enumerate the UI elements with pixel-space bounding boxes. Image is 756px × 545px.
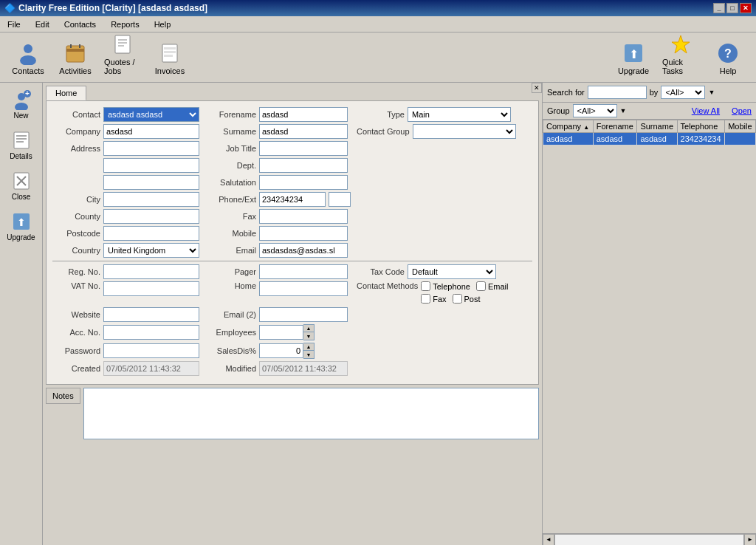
salesdis-input[interactable] — [259, 343, 303, 358]
contacts-table: Company ▲ Forename Surname Telephone Mob… — [543, 120, 756, 145]
address-input3[interactable] — [103, 175, 199, 190]
by-select[interactable]: <All> — [661, 86, 705, 99]
password-label: Password — [52, 346, 100, 355]
menu-file[interactable]: File — [3, 18, 25, 30]
vatno-input[interactable] — [103, 281, 199, 296]
city-input[interactable] — [103, 192, 199, 207]
upgrade-sidebar-icon: ⬆ — [11, 211, 32, 232]
company-header[interactable]: Company ▲ — [543, 120, 594, 133]
county-input[interactable] — [103, 209, 199, 224]
minimize-button[interactable]: _ — [713, 3, 725, 13]
scroll-track[interactable] — [554, 534, 744, 546]
employees-spin-down[interactable]: ▼ — [303, 332, 314, 340]
dept-input[interactable] — [259, 158, 348, 173]
forename-header[interactable]: Forename — [593, 120, 637, 133]
activities-toolbar-btn[interactable]: Activities — [53, 38, 97, 79]
postcode-input[interactable] — [103, 226, 199, 241]
help-toolbar-btn[interactable]: ? Help — [706, 38, 750, 79]
phone-input[interactable] — [259, 192, 326, 207]
new-button[interactable]: + New — [1, 86, 41, 123]
view-all-link[interactable]: View All — [692, 106, 720, 115]
notes-textarea[interactable] — [83, 388, 539, 439]
fax-method-checkbox[interactable] — [421, 294, 430, 304]
open-link[interactable]: Open — [732, 106, 752, 115]
contact-select[interactable]: asdasd asdasd — [103, 107, 199, 122]
telephone-header[interactable]: Telephone — [677, 120, 725, 133]
menu-edit[interactable]: Edit — [31, 18, 54, 30]
upgrade-sidebar-button[interactable]: ⬆ Upgrade — [1, 208, 41, 245]
scroll-left-button[interactable]: ◄ — [543, 534, 554, 546]
address-input1[interactable] — [103, 141, 199, 156]
tab-home[interactable]: Home — [46, 86, 86, 100]
post-checkbox-row[interactable]: Post — [453, 294, 481, 304]
quicktasks-toolbar-btn[interactable]: Quick Tasks — [659, 29, 703, 79]
mobile-input[interactable] — [259, 226, 348, 241]
tab-bar: Home — [43, 83, 542, 100]
upgrade-toolbar-btn[interactable]: ⬆ Upgrade — [611, 38, 656, 79]
fax-input[interactable] — [259, 209, 348, 224]
menu-help[interactable]: Help — [150, 18, 176, 30]
password-input[interactable] — [103, 343, 199, 358]
salesdis-spin-up[interactable]: ▲ — [303, 343, 314, 351]
contact-methods-checkboxes: Telephone Email Fax — [421, 281, 508, 305]
contactgroup-select[interactable] — [413, 124, 516, 139]
menu-contacts[interactable]: Contacts — [60, 18, 100, 30]
table-row[interactable]: asdasd asdasd asdasd 234234234 — [543, 133, 756, 145]
quicktasks-icon — [669, 32, 693, 56]
forename-input[interactable] — [259, 107, 348, 122]
address-input2[interactable] — [103, 158, 199, 173]
surname-input[interactable] — [259, 124, 348, 139]
contacts-toolbar-btn[interactable]: Contacts — [6, 38, 50, 79]
employees-spin-up[interactable]: ▲ — [303, 325, 314, 332]
title-text: Clarity Free Edition [Clarity] [asdasd a… — [18, 3, 207, 13]
close-sidebar-button[interactable]: Close — [1, 167, 41, 205]
telephone-checkbox-row[interactable]: Telephone — [421, 281, 470, 291]
pager-input[interactable] — [259, 264, 348, 279]
email-checkbox-row[interactable]: Email — [476, 281, 509, 291]
notes-button[interactable]: Notes — [46, 388, 80, 404]
ext-input[interactable] — [329, 192, 351, 207]
website-label: Website — [52, 310, 100, 319]
salesdis-label: SalesDis% — [208, 346, 256, 355]
country-select[interactable]: United Kingdom — [103, 243, 199, 258]
surname-header[interactable]: Surname — [637, 120, 677, 133]
help-icon: ? — [716, 41, 740, 65]
contacts-icon — [16, 41, 40, 65]
employees-input[interactable] — [259, 325, 303, 340]
details-button[interactable]: Details — [1, 126, 41, 164]
vatno-label: VAT No. — [52, 281, 100, 290]
fax-checkbox-row[interactable]: Fax — [421, 294, 446, 304]
telephone-checkbox[interactable] — [421, 281, 430, 291]
website-input[interactable] — [103, 307, 199, 322]
salesdis-spin-down[interactable]: ▼ — [303, 351, 314, 358]
email-method-checkbox[interactable] — [476, 281, 486, 291]
new-icon: + — [11, 89, 32, 110]
title-bar-controls[interactable]: _ □ ✕ — [713, 3, 752, 13]
company-input[interactable] — [103, 124, 199, 139]
search-bar: Search for by <All> ▼ — [543, 83, 756, 103]
restore-button[interactable]: □ — [726, 3, 738, 13]
contacts-label: Contacts — [12, 66, 44, 75]
jobtitle-input[interactable] — [259, 141, 348, 156]
scroll-right-button[interactable]: ► — [744, 534, 756, 546]
telephone-checkbox-label: Telephone — [433, 282, 470, 291]
accno-label: Acc. No. — [52, 328, 100, 337]
home-input[interactable] — [259, 281, 348, 296]
row-company: asdasd — [543, 133, 594, 145]
type-select[interactable]: Main — [408, 107, 511, 122]
email2-input[interactable] — [259, 307, 348, 322]
upgrade-sidebar-label: Upgrade — [7, 233, 35, 241]
accno-input[interactable] — [103, 325, 199, 340]
invoices-toolbar-btn[interactable]: Invoices — [148, 38, 192, 79]
panel-close-button[interactable]: ✕ — [532, 83, 542, 93]
post-checkbox[interactable] — [453, 294, 462, 304]
close-button[interactable]: ✕ — [740, 3, 752, 13]
salutation-input[interactable] — [259, 175, 348, 190]
search-input[interactable] — [588, 86, 647, 99]
regno-input[interactable] — [103, 264, 199, 279]
quotes-toolbar-btn[interactable]: Quotes / Jobs — [100, 29, 145, 79]
email-input[interactable] — [259, 243, 348, 258]
mobile-header[interactable]: Mobile — [725, 120, 756, 133]
group-select[interactable]: <All> — [573, 104, 617, 117]
taxcode-select[interactable]: Default — [408, 264, 496, 279]
